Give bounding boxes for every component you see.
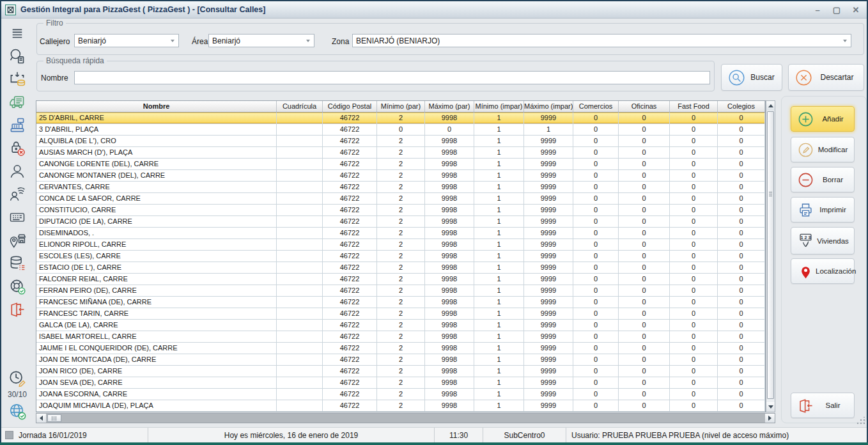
title-bar: Gestión Integral para PizzaGest ( PizzaG… <box>0 1 868 19</box>
table-cell: 46722 <box>323 400 377 412</box>
table-row[interactable]: JOAQUIM MICHAVILA (DE), PLAÇA46722299981… <box>36 400 765 412</box>
column-header-5[interactable]: Mínimo (impar) <box>474 101 524 112</box>
table-row[interactable]: FRANCESC TARIN, CARRE4672229998199990000 <box>36 308 765 320</box>
table-row[interactable]: ALQUIBLA (DE L'), CRO4672229998199990000 <box>36 136 765 147</box>
table-row[interactable]: CERVANTES, CARRE4672229998199990000 <box>36 182 765 193</box>
table-row[interactable]: JAUME I EL CONQUERIDOR (DE), CARRE467222… <box>36 343 765 354</box>
sidebar-item-fingerprint[interactable] <box>6 185 29 204</box>
table-cell: 1 <box>474 400 524 412</box>
sidebar-item-search[interactable] <box>6 47 29 66</box>
table-row[interactable]: 3 D'ABRIL, PLAÇA4672200110000 <box>36 124 765 136</box>
salir-button[interactable]: Salir <box>791 393 855 418</box>
table-cell: 0 <box>718 354 765 366</box>
table-cell: 0 <box>670 136 718 147</box>
table-cell <box>277 193 323 205</box>
descartar-button[interactable]: Descartar <box>788 64 864 91</box>
borrar-button[interactable]: Borrar <box>791 167 855 192</box>
sidebar-item-register[interactable] <box>6 116 29 135</box>
column-header-6[interactable]: Máximo (impar) <box>524 101 573 112</box>
sidebar-item-online[interactable] <box>6 402 29 421</box>
table-row[interactable]: DIPUTACIO (DE LA), CARRE4672229998199990… <box>36 216 765 228</box>
table-cell: ALQUIBLA (DE L'), CRO <box>36 136 277 147</box>
table-row[interactable]: FALCONER REIAL, CARRE4672229998199990000 <box>36 274 765 285</box>
scroll-down-button[interactable] <box>766 402 775 412</box>
modificar-button[interactable]: Modificar <box>791 137 855 162</box>
column-header-4[interactable]: Máximo (par) <box>425 101 474 112</box>
callejero-select[interactable]: Beniarjó <box>74 34 179 47</box>
table-row[interactable]: 25 D'ABRIL, CARRE4672229998199990000 <box>36 113 765 124</box>
table-row[interactable]: CONCA DE LA SAFOR, CARRE4672229998199990… <box>36 193 765 205</box>
sidebar-item-database[interactable] <box>6 254 29 273</box>
column-header-9[interactable]: Fast Food <box>670 101 718 112</box>
column-header-1[interactable]: Cuadrícula <box>277 101 323 112</box>
sidebar-item-lock[interactable] <box>6 139 29 158</box>
scroll-left-button[interactable] <box>36 414 46 423</box>
table-cell: 9998 <box>425 297 474 308</box>
sidebar-item-user[interactable] <box>6 162 29 181</box>
horizontal-scrollbar[interactable] <box>36 413 775 423</box>
table-row[interactable]: ESTACIO (DE L'), CARRE467222999819999000… <box>36 262 765 274</box>
vertical-scrollbar-thumb[interactable] <box>767 111 774 399</box>
buscar-button[interactable]: Buscar <box>721 64 782 91</box>
table-row[interactable]: CANONGE MONTANER (DEL), CARRE46722299981… <box>36 170 765 182</box>
usuario-text: Usuario: PRUEBA PRUEBA PRUEBA (nivel de … <box>571 431 789 440</box>
horizontal-scrollbar-thumb[interactable] <box>47 414 61 422</box>
resize-grip[interactable] <box>856 417 865 425</box>
maximize-button[interactable]: ▢ <box>831 5 842 15</box>
table-cell: 0 <box>573 400 619 412</box>
table-cell: 0 <box>573 297 619 308</box>
table-cell: JOAN SEVA (DE), CARRE <box>36 377 277 389</box>
search-circle-icon <box>727 68 746 87</box>
imprimir-button[interactable]: Imprimir <box>791 197 855 222</box>
table-row[interactable]: ISABEL MARTORELL, CARRE46722299981999900… <box>36 331 765 343</box>
table-row[interactable]: JOANA ESCORNA, CARRE4672229998199990000 <box>36 389 765 400</box>
table-row[interactable]: ELIONOR RIPOLL, CARRE4672229998199990000 <box>36 239 765 251</box>
table-cell: 0 <box>670 331 718 343</box>
table-row[interactable]: JOAN RICO (DE), CARRE4672229998199990000 <box>36 366 765 377</box>
sidebar-item-delivery[interactable] <box>6 93 29 112</box>
close-button[interactable]: ✕ <box>850 5 862 15</box>
table-cell: 0 <box>670 182 718 193</box>
column-header-2[interactable]: Código Postal <box>323 101 377 112</box>
sidebar-item-exit[interactable] <box>6 300 29 319</box>
area-select[interactable]: Beniarjó <box>208 34 314 47</box>
table-row[interactable]: DISEMINADOS, .4672229998199990000 <box>36 228 765 239</box>
column-header-8[interactable]: Oficinas <box>619 101 670 112</box>
sidebar-item-help[interactable] <box>6 277 29 296</box>
column-header-7[interactable]: Comercios <box>573 101 619 112</box>
table-row[interactable]: AUSIAS MARCH (D'), PLAÇA4672229998199990… <box>36 147 765 159</box>
table-row[interactable]: JOAN SEVA (DE), CARRE4672229998199990000 <box>36 377 765 389</box>
anadir-button[interactable]: Añadir <box>791 106 855 132</box>
vertical-scrollbar[interactable] <box>766 100 775 412</box>
table-cell: 0 <box>670 124 718 136</box>
sidebar-item-collect[interactable] <box>6 70 29 89</box>
jornada-text: Jornada 16/01/2019 <box>19 431 87 440</box>
streets-table: NombreCuadrículaCódigo PostalMínimo (par… <box>36 100 766 412</box>
table-row[interactable]: FERRAN PEIRO (DE), CARRE4672229998199990… <box>36 285 765 297</box>
scroll-up-button[interactable] <box>766 101 775 111</box>
sidebar-item-keyboard[interactable] <box>6 208 29 227</box>
table-cell: 9999 <box>524 251 573 262</box>
sidebar-item-schedule[interactable] <box>6 370 29 389</box>
table-row[interactable]: GALCA (DE LA), CARRE4672229998199990000 <box>36 320 765 331</box>
minimize-button[interactable]: – <box>812 5 823 15</box>
column-header-3[interactable]: Mínimo (par) <box>377 101 425 112</box>
status-time: 11:30 <box>435 428 483 442</box>
column-header-10[interactable]: Colegios <box>718 101 765 112</box>
nombre-search-input[interactable] <box>74 71 710 84</box>
table-row[interactable]: JOAN DE MONTCADA (DE), CARRE467222999819… <box>36 354 765 366</box>
table-cell: AUSIAS MARCH (D'), PLAÇA <box>36 147 277 159</box>
localizacion-button[interactable]: Localización <box>791 258 855 284</box>
table-row[interactable]: ESCOLES (LES), CARRE4672229998199990000 <box>36 251 765 262</box>
table-row[interactable]: CANONGE LORENTE (DEL), CARRE467222999819… <box>36 159 765 170</box>
column-header-0[interactable]: Nombre <box>36 101 277 112</box>
sidebar-item-menu[interactable] <box>6 24 29 43</box>
scroll-right-button[interactable] <box>765 414 775 423</box>
table-row[interactable]: FRANCESC MIÑANA (DE), CARRE4672229998199… <box>36 297 765 308</box>
cash-register-icon <box>8 116 26 134</box>
viviendas-button[interactable]: 1 2 3 Viviendas <box>791 227 855 254</box>
sidebar-item-store-location[interactable] <box>6 231 29 250</box>
zona-select[interactable]: BENIARJÓ (BENIARJO) <box>352 34 851 47</box>
table-cell: 9999 <box>524 239 573 251</box>
table-row[interactable]: CONSTITUCIO, CARRE4672229998199990000 <box>36 205 765 216</box>
